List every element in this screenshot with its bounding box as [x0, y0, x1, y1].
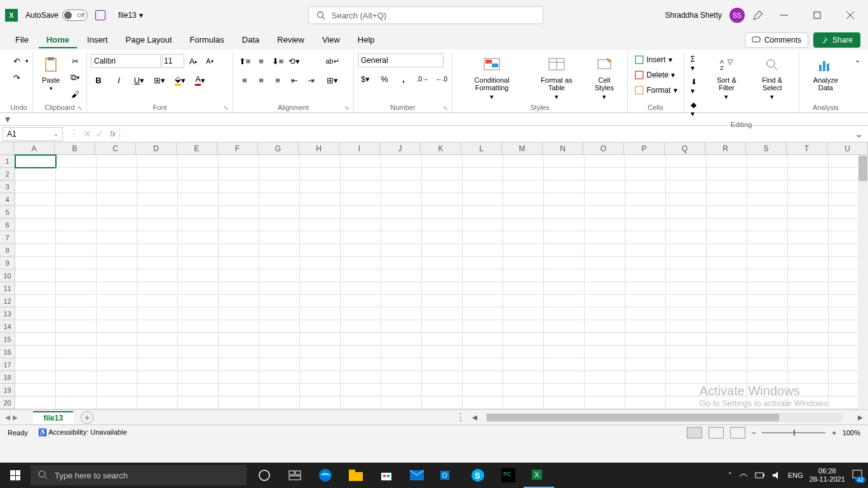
cell[interactable] [219, 155, 259, 168]
zoom-level[interactable]: 100% [843, 429, 860, 437]
cell[interactable] [666, 295, 707, 308]
cell[interactable] [219, 384, 259, 396]
cell[interactable] [259, 371, 300, 384]
cell[interactable] [97, 333, 137, 346]
cell[interactable] [381, 231, 422, 244]
cell[interactable] [219, 333, 259, 346]
cell[interactable] [15, 320, 56, 333]
merge-center-button[interactable]: ⊞▾ [325, 72, 340, 88]
username-label[interactable]: Shraddha Shetty [665, 11, 722, 20]
cell[interactable] [788, 333, 829, 346]
page-break-view-button[interactable] [730, 427, 745, 438]
cell[interactable] [300, 206, 341, 219]
save-icon[interactable] [95, 10, 105, 20]
cell[interactable] [422, 193, 463, 206]
cell[interactable] [15, 295, 56, 308]
cell[interactable] [259, 320, 300, 333]
cell[interactable] [747, 231, 788, 244]
tab-view[interactable]: View [315, 32, 348, 48]
cell[interactable] [544, 168, 585, 180]
cell[interactable] [544, 206, 585, 219]
cell[interactable] [15, 193, 56, 206]
italic-button[interactable]: I [111, 72, 126, 88]
cell[interactable] [463, 193, 503, 206]
cell[interactable] [178, 396, 219, 409]
column-header[interactable]: N [543, 142, 583, 154]
cell[interactable] [15, 168, 56, 180]
cell[interactable] [747, 346, 788, 358]
cell[interactable] [56, 346, 97, 358]
cell[interactable] [747, 155, 788, 168]
cell[interactable] [544, 308, 585, 320]
cell[interactable] [178, 257, 219, 269]
cell[interactable] [747, 358, 788, 371]
underline-button[interactable]: U▾ [132, 72, 147, 88]
cell[interactable] [137, 244, 178, 257]
cell[interactable] [259, 358, 300, 371]
cell[interactable] [707, 269, 747, 282]
cell[interactable] [56, 180, 97, 193]
cell[interactable] [15, 358, 56, 371]
tab-insert[interactable]: Insert [79, 32, 116, 48]
font-name-select[interactable] [91, 54, 161, 68]
cell[interactable] [747, 295, 788, 308]
cell[interactable] [259, 155, 300, 168]
cell[interactable] [503, 155, 544, 168]
cell[interactable] [585, 384, 625, 396]
cell[interactable] [625, 257, 666, 269]
cell[interactable] [463, 219, 503, 231]
cell[interactable] [463, 333, 503, 346]
cell[interactable] [463, 269, 503, 282]
cell[interactable] [259, 269, 300, 282]
cell[interactable] [15, 333, 56, 346]
cell[interactable] [463, 346, 503, 358]
cell[interactable] [666, 346, 707, 358]
cell[interactable] [422, 384, 463, 396]
cell[interactable] [341, 282, 381, 295]
cell[interactable] [707, 282, 747, 295]
cell[interactable] [259, 219, 300, 231]
cell[interactable] [503, 180, 544, 193]
cell[interactable] [463, 371, 503, 384]
cell[interactable] [544, 193, 585, 206]
column-header[interactable]: P [624, 142, 665, 154]
cell[interactable] [707, 257, 747, 269]
pen-icon[interactable] [752, 10, 764, 21]
cell[interactable] [137, 231, 178, 244]
cell[interactable] [666, 396, 707, 409]
fill-color-button[interactable]: ⬙▾ [172, 72, 187, 88]
decrease-decimal-button[interactable]: ←.0 [434, 71, 449, 86]
cell[interactable] [585, 320, 625, 333]
cell[interactable] [219, 168, 259, 180]
cell[interactable] [707, 320, 747, 333]
decrease-indent-button[interactable]: ⇤ [287, 72, 302, 88]
cell[interactable] [259, 244, 300, 257]
cell[interactable] [544, 384, 585, 396]
delete-cells-button[interactable]: Delete ▾ [632, 69, 678, 81]
column-header[interactable]: O [583, 142, 624, 154]
cell[interactable] [137, 295, 178, 308]
cell[interactable] [56, 358, 97, 371]
decrease-font-button[interactable]: A▾ [202, 53, 217, 69]
cell[interactable] [503, 346, 544, 358]
cell[interactable] [503, 193, 544, 206]
cell[interactable] [707, 168, 747, 180]
cell[interactable] [707, 333, 747, 346]
row-header[interactable]: 15 [0, 333, 15, 346]
cell[interactable] [178, 346, 219, 358]
cell[interactable] [666, 193, 707, 206]
cell[interactable] [259, 396, 300, 409]
cell[interactable] [178, 320, 219, 333]
sheet-tab-active[interactable]: file13 [33, 411, 73, 424]
cell[interactable] [666, 231, 707, 244]
cell[interactable] [422, 180, 463, 193]
cell[interactable] [381, 358, 422, 371]
cell[interactable] [666, 282, 707, 295]
cell[interactable] [341, 231, 381, 244]
task-view-icon[interactable] [280, 463, 310, 488]
cell[interactable] [422, 358, 463, 371]
align-left-button[interactable]: ≡ [237, 72, 252, 88]
cell[interactable] [300, 384, 341, 396]
cell[interactable] [15, 282, 56, 295]
format-as-table-button[interactable]: Format as Table▾ [530, 53, 583, 102]
